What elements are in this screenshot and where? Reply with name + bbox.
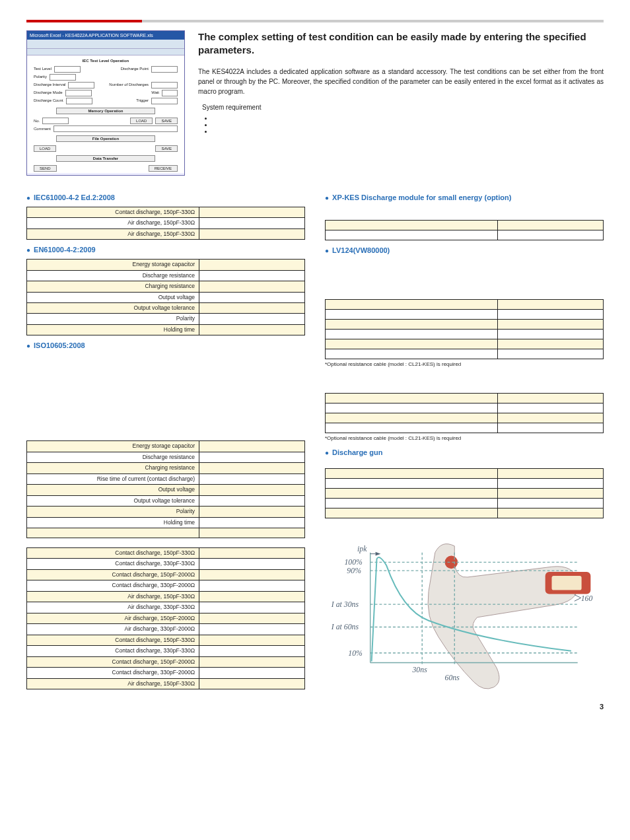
table-cell: Air discharge, 150pF-330Ω [27,218,199,228]
section-data-tx: Data Transfer [56,155,155,162]
table-cell [498,469,604,479]
chart-y-i30: I at 30ns [331,600,359,609]
table-cell [199,228,305,239]
table-row: Contact discharge, 150pF-330Ω [27,207,305,217]
field-num-disch[interactable] [151,82,178,88]
table-cell [498,489,604,499]
table-cell [326,394,498,403]
table-cell: Output voltage tolerance [27,495,199,506]
table-cell [326,499,498,508]
table-cell: Discharge resistance [27,270,199,281]
title-dg: Discharge gun [325,448,604,458]
btn-mem-load[interactable]: LOAD [130,118,153,124]
table-cell [498,220,604,230]
table-cell [199,218,305,228]
title-xp: XP-KES Discharge module for small energy… [325,193,604,203]
table-row [326,349,604,359]
svg-point-2 [445,556,458,569]
field-wait[interactable] [162,90,178,96]
table-dg [325,468,604,518]
field-disch-mode[interactable] [65,90,92,96]
btn-file-load[interactable]: LOAD [34,145,56,152]
table-row: Rise time of current (contact discharge) [27,473,305,484]
btn-receive[interactable]: RECEIVE [149,165,178,172]
table-row: Air discharge, 150pF-330Ω [27,218,305,228]
table-iso-a: Energy storage capacitorDischarge resist… [26,440,305,538]
table-xp [325,220,604,240]
table-row: Contact discharge, 330pF-2000Ω [27,580,305,591]
table-cell [199,528,305,538]
field-test-level[interactable] [54,66,81,73]
table-cell [326,319,498,329]
table-cell [498,230,604,240]
table-row: Contact discharge, 150pF-330Ω [27,547,305,558]
table-row: Discharge resistance [27,452,305,462]
table-cell: Air discharge, 330pF-330Ω [27,602,199,613]
table-row [326,394,604,403]
table-cell [199,656,305,667]
field-disch-interval[interactable] [68,82,94,88]
table-row [326,319,604,329]
chart-y-10: 10% [348,649,363,658]
table-cell [199,624,305,635]
chart-x-30: 30ns [411,666,427,674]
table-row [326,309,604,319]
table-cell [199,591,305,602]
field-disch-point[interactable] [151,66,178,73]
table-row: Air discharge, 150pF-2000Ω [27,613,305,623]
excel-toolbar [27,40,184,49]
table-cell: Contact discharge, 330pF-2000Ω [27,668,199,678]
field-polarity[interactable] [50,74,76,81]
table-row: Holding time [27,324,305,335]
btn-file-save[interactable]: SAVE [155,145,178,152]
table-cell [498,508,604,518]
table-cell [326,230,498,240]
table-cell [326,469,498,479]
field-disch-count[interactable] [66,98,92,104]
table-row: Contact discharge, 150pF-330Ω [27,635,305,645]
table-row: Air discharge, 330pF-2000Ω [27,624,305,635]
table-row [326,230,604,240]
table-row [326,329,604,339]
table-cell [199,678,305,689]
lbl-disch-point: Discharge Point [121,66,149,71]
intro-text: The KES4022A includes a dedicated applic… [198,67,604,96]
chart-x-60: 60ns [445,674,460,682]
table-cell [199,646,305,656]
sysreq-label: System requirement [202,103,604,112]
chart-y-i60: I at 60ns [331,623,359,632]
table-cell: Air discharge, 150pF-330Ω [27,678,199,689]
table-en: Energy storage capacitorDischarge resist… [26,259,305,335]
table-row [326,299,604,309]
btn-mem-save[interactable]: SAVE [155,118,178,124]
window-title: Microsoft Excel - KES4022A APPLICATION S… [27,31,184,40]
table-cell [199,324,305,335]
table-row: Holding time [27,517,305,528]
table-cell: Charging resistance [27,281,199,292]
field-no[interactable] [42,118,69,124]
table-row: Output voltage tolerance [27,302,305,313]
chart-annot: 160 [581,594,593,603]
headline: The complex setting of test condition ca… [198,30,604,57]
btn-send[interactable]: SEND [34,165,57,172]
table-cell: Contact discharge, 150pF-330Ω [27,547,199,558]
table-row: Polarity [27,507,305,517]
lbl-disch-mode: Discharge Mode [34,90,63,95]
field-trigger[interactable] [151,98,178,104]
table-cell [199,452,305,462]
table-cell [326,479,498,489]
table-row: Air discharge, 330pF-330Ω [27,602,305,613]
app-screenshot: Microsoft Excel - KES4022A APPLICATION S… [26,30,185,176]
note-lv: *Optional resistance cable (model : CL21… [325,361,604,368]
table-cell [199,302,305,313]
field-comment[interactable] [53,125,178,132]
table-cell [498,309,604,319]
table-cell [199,668,305,678]
table-cell: Air discharge, 150pF-330Ω [27,228,199,239]
lbl-no: No. [34,118,40,123]
table-row: Energy storage capacitor [27,441,305,452]
discharge-gun-figure: ipk 100% 90% I at 30ns I at 60ns 10% 30n… [325,525,604,697]
title-iec: IEC61000-4-2 Ed.2:2008 [26,193,305,203]
table-cell [199,559,305,569]
lbl-test-level: Test Level [34,66,52,71]
